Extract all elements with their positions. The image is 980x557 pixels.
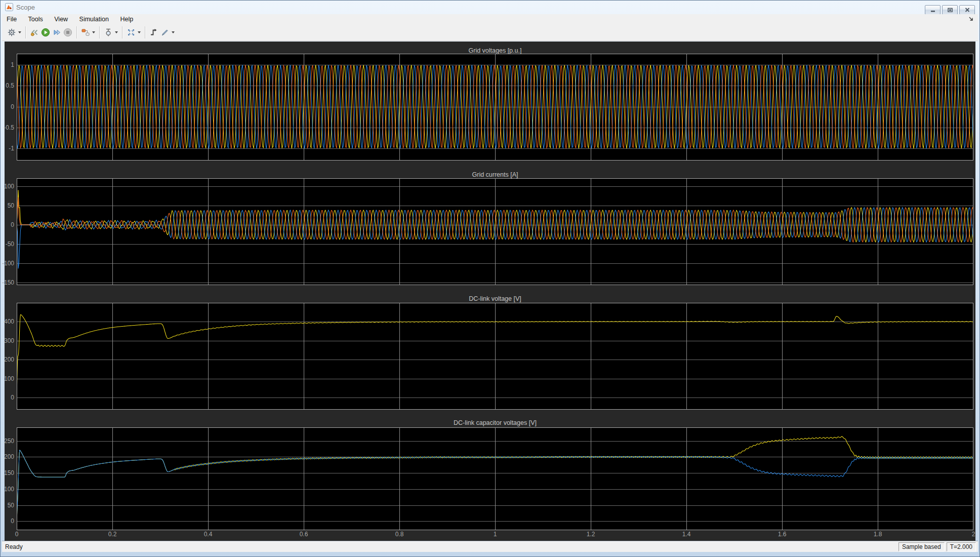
svg-text:50: 50 [8, 202, 15, 209]
svg-text:200: 200 [4, 356, 14, 363]
plot-title: DC-link capacitor voltages [V] [454, 419, 537, 426]
svg-text:2: 2 [972, 531, 975, 538]
svg-text:0: 0 [11, 103, 14, 110]
plot-title: DC-link voltage [V] [469, 295, 521, 302]
svg-text:0: 0 [15, 531, 19, 538]
status-bar: Ready Sample based T=2.000 [2, 541, 978, 552]
svg-text:100: 100 [4, 486, 14, 493]
svg-text:0.8: 0.8 [395, 531, 404, 538]
svg-text:0.5: 0.5 [6, 82, 14, 89]
svg-text:-150: -150 [2, 279, 14, 286]
status-text: Ready [2, 543, 899, 550]
svg-text:0: 0 [11, 518, 14, 525]
svg-text:400: 400 [4, 318, 14, 325]
svg-text:1.4: 1.4 [682, 531, 691, 538]
svg-text:1.6: 1.6 [778, 531, 787, 538]
status-time: T=2.000 [947, 542, 976, 551]
svg-text:1.2: 1.2 [587, 531, 595, 538]
plot-title: Grid currents [A] [472, 171, 518, 178]
svg-text:0: 0 [11, 394, 14, 401]
svg-text:-50: -50 [6, 241, 15, 248]
svg-text:1: 1 [11, 61, 14, 68]
scope-window: Scope File Tools View Simulation Help [0, 0, 980, 557]
svg-text:1: 1 [494, 531, 497, 538]
svg-text:250: 250 [4, 437, 14, 445]
svg-text:50: 50 [8, 502, 15, 509]
svg-text:0.2: 0.2 [108, 531, 117, 538]
svg-text:0.4: 0.4 [204, 531, 213, 538]
plot-title: Grid voltages [p.u.] [469, 47, 522, 54]
svg-text:0.6: 0.6 [300, 531, 308, 538]
svg-text:100: 100 [4, 375, 14, 382]
scope-plots: 10.50-0.5-1Grid voltages [p.u.]100500-50… [0, 0, 980, 557]
svg-text:200: 200 [4, 453, 14, 460]
status-mode: Sample based [899, 542, 945, 551]
svg-text:0: 0 [11, 221, 14, 228]
svg-text:1.8: 1.8 [874, 531, 882, 538]
svg-text:300: 300 [4, 337, 14, 344]
svg-text:-1: -1 [9, 145, 14, 152]
svg-text:100: 100 [4, 183, 14, 190]
svg-text:-100: -100 [2, 260, 14, 267]
svg-text:-0.5: -0.5 [4, 124, 14, 131]
svg-text:150: 150 [4, 469, 14, 476]
